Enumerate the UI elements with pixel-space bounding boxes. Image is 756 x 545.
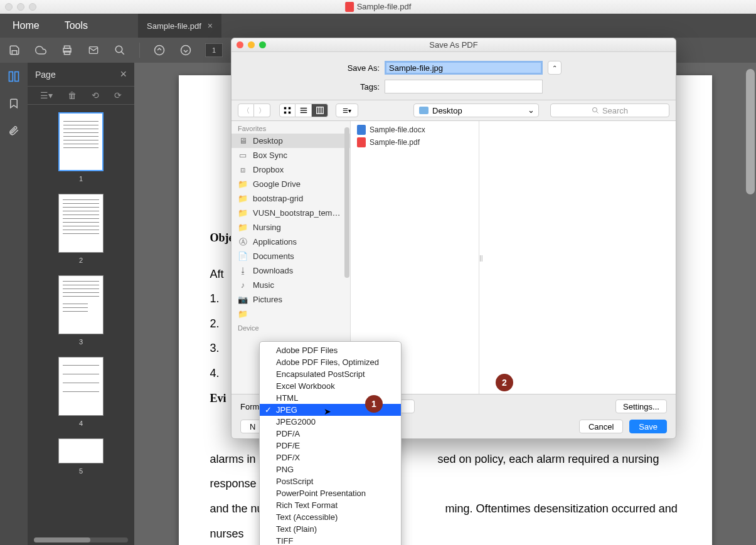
- settings-button[interactable]: Settings...: [615, 399, 667, 413]
- format-option[interactable]: Text (Accessible): [260, 511, 401, 523]
- forward-button[interactable]: 〉: [254, 103, 270, 117]
- format-option[interactable]: JPEG2000: [260, 416, 401, 428]
- sidebar-scrollbar[interactable]: [344, 127, 349, 278]
- close-tab-icon[interactable]: ×: [208, 21, 213, 31]
- panel-options-icon[interactable]: ☰▾: [40, 90, 53, 100]
- document-tab[interactable]: Sample-file.pdf ×: [138, 14, 221, 38]
- cancel-button[interactable]: Cancel: [579, 420, 623, 433]
- sidebar-item-label: Downloads: [253, 266, 293, 275]
- separator: [139, 43, 140, 58]
- thumbnail-3[interactable]: 3: [58, 275, 104, 346]
- sidebar-item-label: VUSN_bootstrap_tem…: [253, 208, 340, 218]
- tab-home[interactable]: Home: [0, 14, 52, 38]
- group-button[interactable]: ☰▾: [336, 103, 358, 117]
- panel-rotate-icon[interactable]: ⟲: [92, 90, 99, 100]
- sidebar-section-devices: Device: [232, 320, 350, 333]
- vertical-scrollbar[interactable]: [746, 69, 755, 194]
- column-handle[interactable]: ||: [479, 254, 483, 262]
- print-icon[interactable]: [60, 43, 74, 57]
- format-option[interactable]: Encapsulated PostScript: [260, 368, 401, 380]
- svg-rect-13: [289, 112, 291, 114]
- panel-horizontal-scrollbar[interactable]: [34, 537, 128, 542]
- page-down-icon[interactable]: [179, 43, 193, 57]
- sidebar-item-music[interactable]: ♪Music: [232, 278, 350, 292]
- thumbnail-4[interactable]: 4: [58, 357, 104, 427]
- file-item-docx[interactable]: Sample-file.docx: [351, 124, 479, 136]
- dropbox-icon: ⧈: [238, 166, 248, 174]
- sidebar-item-label: bootstrap-grid: [253, 194, 303, 203]
- tab-tools[interactable]: Tools: [52, 14, 100, 38]
- view-columns-button[interactable]: [312, 103, 328, 117]
- bookmark-icon[interactable]: [8, 97, 19, 113]
- back-button[interactable]: 〈: [238, 103, 254, 117]
- save-icon[interactable]: [8, 43, 21, 57]
- format-option[interactable]: Rich Text Format: [260, 499, 401, 511]
- sidebar-item-downloads[interactable]: ⭳Downloads: [232, 263, 350, 278]
- thumbnail-2[interactable]: 2: [58, 194, 104, 264]
- app-tabs: Home Tools Sample-file.pdf ×: [0, 14, 756, 38]
- thumb-number: 2: [79, 257, 83, 264]
- format-option[interactable]: PDF/A: [260, 428, 401, 440]
- sidebar-item-googledrive[interactable]: 📁Google Drive: [232, 177, 350, 191]
- sidebar-item-nursing[interactable]: 📁Nursing: [232, 220, 350, 235]
- mail-icon[interactable]: [87, 43, 100, 57]
- format-option[interactable]: PDF/X: [260, 452, 401, 463]
- sidebar-item-documents[interactable]: 📄Documents: [232, 249, 350, 263]
- sidebar-item-boxsync[interactable]: ▭Box Sync: [232, 148, 350, 162]
- cloud-icon[interactable]: [34, 43, 48, 57]
- format-option[interactable]: Text (Plain): [260, 523, 401, 535]
- svg-point-6: [155, 46, 164, 55]
- cursor-icon: ➤: [324, 406, 331, 416]
- thumbnail-1[interactable]: 1: [58, 112, 104, 183]
- page-up-icon[interactable]: [152, 43, 166, 57]
- documents-icon: 📄: [238, 252, 248, 261]
- location-dropdown[interactable]: Desktop: [413, 103, 539, 117]
- thumb-number: 4: [79, 420, 83, 427]
- sidebar-item-more[interactable]: 📁: [232, 307, 350, 320]
- box-icon: ▭: [238, 151, 248, 160]
- sidebar-item-vusn[interactable]: 📁VUSN_bootstrap_tem…: [232, 206, 350, 220]
- search-field[interactable]: Search: [550, 103, 669, 117]
- format-option[interactable]: PowerPoint Presentation: [260, 487, 401, 499]
- sidebar-item-dropbox[interactable]: ⧈Dropbox: [232, 162, 350, 177]
- svg-rect-17: [316, 107, 323, 114]
- page-number-input[interactable]: 1: [205, 43, 223, 57]
- save-button[interactable]: Save: [629, 420, 667, 433]
- format-popup[interactable]: Adobe PDF Files Adobe PDF Files, Optimiz…: [259, 341, 402, 545]
- file-item-pdf[interactable]: Sample-file.pdf: [351, 136, 479, 149]
- dialog-traffic-lights[interactable]: [237, 41, 266, 48]
- attachment-icon[interactable]: [8, 124, 19, 140]
- expand-button[interactable]: ⌃: [548, 61, 562, 75]
- sidebar-item-desktop[interactable]: 🖥Desktop: [232, 134, 350, 148]
- applications-icon: Ⓐ: [238, 238, 248, 246]
- format-option[interactable]: TIFF: [260, 535, 401, 545]
- view-icon-button[interactable]: [279, 103, 295, 117]
- format-option[interactable]: PostScript: [260, 475, 401, 487]
- panel-trash-icon[interactable]: 🗑: [68, 90, 77, 100]
- dialog-titlebar: Save As PDF: [232, 38, 676, 52]
- search-icon[interactable]: [113, 43, 127, 57]
- thumbnails-icon[interactable]: [8, 70, 20, 86]
- format-option[interactable]: Excel Workbook: [260, 380, 401, 392]
- folder-icon: 📁: [238, 209, 248, 218]
- thumbnails-list[interactable]: 1 2 3 4 5: [28, 105, 134, 535]
- format-option[interactable]: PDF/E: [260, 440, 401, 452]
- folder-icon: [419, 107, 429, 114]
- save-as-input[interactable]: [385, 61, 543, 75]
- sidebar-item-label: Documents: [253, 251, 294, 261]
- view-list-button[interactable]: [295, 103, 312, 117]
- panel-tools: ☰▾ 🗑 ⟲ ⟳: [28, 86, 134, 105]
- dialog-toolbar: 〈 〉 ☰▾ Desktop Search: [232, 100, 676, 121]
- sidebar-item-bootstrap[interactable]: 📁bootstrap-grid: [232, 191, 350, 206]
- annotation-badge-1: 1: [365, 395, 383, 413]
- sidebar-item-applications[interactable]: ⒶApplications: [232, 235, 350, 249]
- format-option[interactable]: PNG: [260, 463, 401, 475]
- format-option[interactable]: Adobe PDF Files, Optimized: [260, 356, 401, 368]
- panel-rotate-right-icon[interactable]: ⟳: [114, 90, 122, 100]
- panel-close-icon[interactable]: ×: [120, 68, 127, 81]
- format-option[interactable]: Adobe PDF Files: [260, 344, 401, 356]
- pdf-icon: [345, 2, 354, 12]
- tags-input[interactable]: [385, 80, 543, 93]
- sidebar-item-pictures[interactable]: 📷Pictures: [232, 292, 350, 307]
- thumbnail-5[interactable]: 5: [58, 438, 104, 475]
